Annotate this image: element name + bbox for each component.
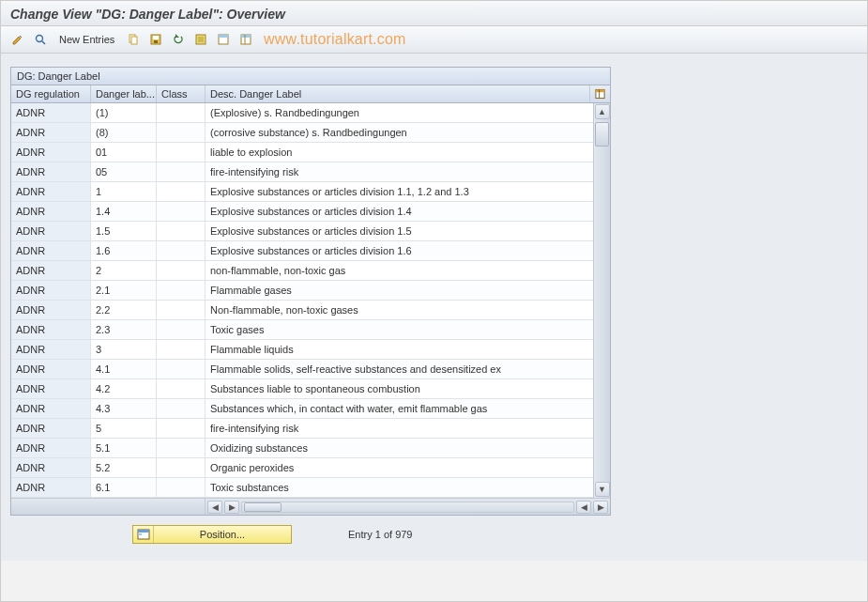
cell-cls[interactable] bbox=[157, 458, 206, 477]
cell-reg[interactable]: ADNR bbox=[11, 162, 91, 181]
cell-dsc[interactable]: Flammable gases bbox=[206, 281, 593, 300]
table-row[interactable]: ADNR5fire-intensifying risk bbox=[11, 419, 593, 439]
cell-reg[interactable]: ADNR bbox=[11, 320, 91, 339]
cell-dsc[interactable]: (corrosive substance) s. Randbedingungen bbox=[206, 123, 593, 142]
cell-dsc[interactable]: Flammable solids, self-reactive substanc… bbox=[206, 360, 593, 378]
cell-reg[interactable]: ADNR bbox=[11, 241, 91, 260]
cell-dsc[interactable]: fire-intensifying risk bbox=[206, 162, 593, 181]
cell-reg[interactable]: ADNR bbox=[11, 340, 91, 359]
cell-reg[interactable]: ADNR bbox=[11, 379, 91, 398]
cell-dsc[interactable]: Explosive substances or articles divisio… bbox=[206, 182, 593, 201]
cell-dsc[interactable]: Substances liable to spontaneous combust… bbox=[206, 379, 593, 398]
scroll-down-icon[interactable]: ▼ bbox=[595, 482, 610, 497]
cell-cls[interactable] bbox=[157, 320, 206, 339]
cell-cls[interactable] bbox=[157, 478, 206, 497]
cell-dsc[interactable]: Non-flammable, non-toxic gases bbox=[206, 301, 593, 319]
cell-cls[interactable] bbox=[157, 241, 206, 260]
hscroll-track[interactable] bbox=[241, 502, 574, 513]
cell-dsc[interactable]: Toxic substances bbox=[206, 478, 593, 497]
scroll-left-icon[interactable]: ◀ bbox=[207, 501, 222, 514]
cell-lab[interactable]: 2.3 bbox=[91, 320, 157, 339]
cell-cls[interactable] bbox=[157, 439, 206, 457]
table-row[interactable]: ADNR5.1Oxidizing substances bbox=[11, 439, 593, 458]
table-row[interactable]: ADNR01liable to explosion bbox=[11, 143, 593, 162]
table-row[interactable]: ADNR05fire-intensifying risk bbox=[11, 162, 593, 182]
scroll-track[interactable] bbox=[594, 120, 610, 481]
table-row[interactable]: ADNR2.2Non-flammable, non-toxic gases bbox=[11, 301, 593, 320]
cell-lab[interactable]: 4.2 bbox=[91, 379, 157, 398]
cell-cls[interactable] bbox=[157, 261, 206, 280]
cell-reg[interactable]: ADNR bbox=[11, 281, 91, 300]
cell-cls[interactable] bbox=[157, 419, 206, 438]
cell-cls[interactable] bbox=[157, 123, 206, 142]
table-row[interactable]: ADNR2.1Flammable gases bbox=[11, 281, 593, 301]
cell-reg[interactable]: ADNR bbox=[11, 143, 91, 162]
cell-dsc[interactable]: (Explosive) s. Randbedingungen bbox=[206, 103, 593, 122]
find-icon[interactable] bbox=[31, 30, 50, 49]
table-row[interactable]: ADNR(8)(corrosive substance) s. Randbedi… bbox=[11, 123, 593, 143]
scroll-up-icon[interactable]: ▲ bbox=[595, 104, 610, 119]
cell-lab[interactable]: 2.2 bbox=[91, 301, 157, 319]
cell-lab[interactable]: 2 bbox=[91, 261, 157, 280]
cell-dsc[interactable]: Explosive substances or articles divisio… bbox=[206, 241, 593, 260]
cell-lab[interactable]: 1 bbox=[91, 182, 157, 201]
vertical-scrollbar[interactable]: ▲ ▼ bbox=[593, 103, 610, 498]
cell-lab[interactable]: 5.2 bbox=[91, 458, 157, 477]
cell-cls[interactable] bbox=[157, 399, 206, 418]
cell-cls[interactable] bbox=[157, 360, 206, 378]
cell-lab[interactable]: 3 bbox=[91, 340, 157, 359]
cell-lab[interactable]: 6.1 bbox=[91, 478, 157, 497]
col-header-regulation[interactable]: DG regulation bbox=[11, 85, 91, 102]
new-entries-button[interactable]: New Entries bbox=[53, 32, 120, 47]
cell-dsc[interactable]: Explosive substances or articles divisio… bbox=[206, 202, 593, 221]
cell-lab[interactable]: 1.4 bbox=[91, 202, 157, 221]
table-row[interactable]: ADNR6.1Toxic substances bbox=[11, 478, 593, 498]
cell-reg[interactable]: ADNR bbox=[11, 439, 91, 457]
cell-cls[interactable] bbox=[157, 281, 206, 300]
cell-lab[interactable]: 5 bbox=[91, 419, 157, 438]
scroll-right-icon[interactable]: ▶ bbox=[224, 501, 239, 514]
cell-cls[interactable] bbox=[157, 182, 206, 201]
cell-cls[interactable] bbox=[157, 379, 206, 398]
table-row[interactable]: ADNR1.5Explosive substances or articles … bbox=[11, 222, 593, 241]
cell-lab[interactable]: 05 bbox=[91, 162, 157, 181]
cell-reg[interactable]: ADNR bbox=[11, 123, 91, 142]
table-row[interactable]: ADNR4.3Substances which, in contact with… bbox=[11, 399, 593, 419]
cell-dsc[interactable]: non-flammable, non-toxic gas bbox=[206, 261, 593, 280]
cell-dsc[interactable]: fire-intensifying risk bbox=[206, 419, 593, 438]
cell-reg[interactable]: ADNR bbox=[11, 399, 91, 418]
cell-cls[interactable] bbox=[157, 301, 206, 319]
cell-dsc[interactable]: Flammable liquids bbox=[206, 340, 593, 359]
cell-reg[interactable]: ADNR bbox=[11, 222, 91, 240]
table-row[interactable]: ADNR5.2Organic peroxides bbox=[11, 458, 593, 478]
table-row[interactable]: ADNR1.4Explosive substances or articles … bbox=[11, 202, 593, 222]
table-row[interactable]: ADNR1Explosive substances or articles di… bbox=[11, 182, 593, 202]
copy-icon[interactable] bbox=[124, 30, 143, 49]
table-row[interactable]: ADNR2.3Toxic gases bbox=[11, 320, 593, 340]
cell-dsc[interactable]: Explosive substances or articles divisio… bbox=[206, 222, 593, 240]
undo-icon[interactable] bbox=[169, 30, 188, 49]
cell-cls[interactable] bbox=[157, 143, 206, 162]
cell-lab[interactable]: (1) bbox=[91, 103, 157, 122]
cell-lab[interactable]: 01 bbox=[91, 143, 157, 162]
col-header-class[interactable]: Class bbox=[157, 85, 206, 102]
cell-reg[interactable]: ADNR bbox=[11, 301, 91, 319]
col-header-description[interactable]: Desc. Danger Label bbox=[206, 85, 589, 102]
position-button[interactable]: Position... bbox=[132, 525, 292, 544]
scroll-left-end-icon[interactable]: ◀ bbox=[576, 501, 591, 514]
save-icon[interactable] bbox=[146, 30, 165, 49]
scroll-right-end-icon[interactable]: ▶ bbox=[593, 501, 608, 514]
cell-lab[interactable]: 1.5 bbox=[91, 222, 157, 240]
cell-dsc[interactable]: Organic peroxides bbox=[206, 458, 593, 477]
configure-columns-icon[interactable] bbox=[589, 85, 610, 102]
cell-reg[interactable]: ADNR bbox=[11, 360, 91, 378]
cell-lab[interactable]: 1.6 bbox=[91, 241, 157, 260]
deselect-all-icon[interactable] bbox=[214, 30, 233, 49]
cell-reg[interactable]: ADNR bbox=[11, 103, 91, 122]
cell-reg[interactable]: ADNR bbox=[11, 419, 91, 438]
cell-reg[interactable]: ADNR bbox=[11, 261, 91, 280]
cell-lab[interactable]: 2.1 bbox=[91, 281, 157, 300]
table-row[interactable]: ADNR4.2Substances liable to spontaneous … bbox=[11, 379, 593, 399]
cell-reg[interactable]: ADNR bbox=[11, 458, 91, 477]
cell-reg[interactable]: ADNR bbox=[11, 182, 91, 201]
